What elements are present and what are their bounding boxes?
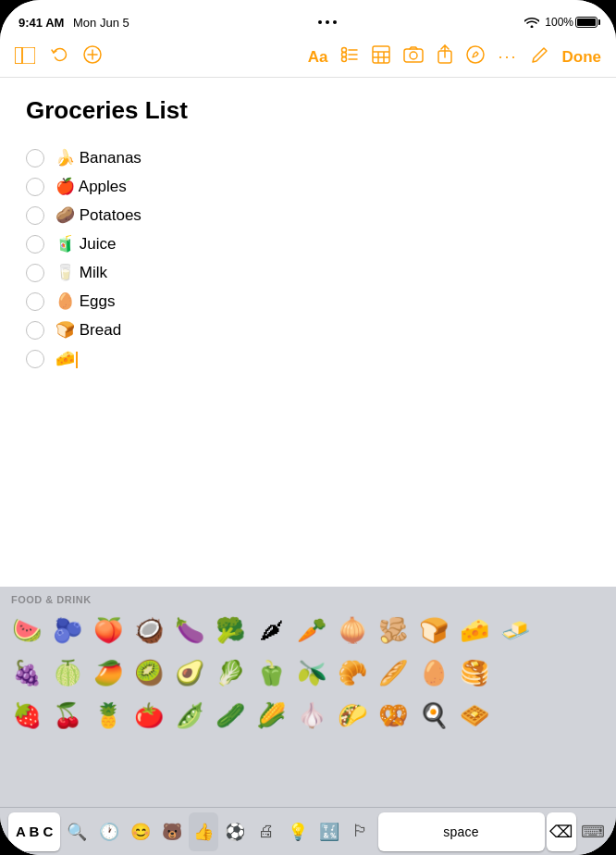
- list-item[interactable]: 🍎 Apples: [26, 172, 590, 201]
- emoji-waffle[interactable]: 🧇: [455, 696, 494, 735]
- emoji-mango[interactable]: 🥭: [89, 653, 128, 692]
- emoji-blueberry[interactable]: 🫐: [48, 611, 87, 650]
- table-button[interactable]: [372, 45, 390, 68]
- svg-point-18: [410, 52, 417, 59]
- space-button[interactable]: space: [378, 812, 545, 851]
- emoji-onion[interactable]: 🧅: [333, 611, 372, 650]
- checkbox[interactable]: [26, 292, 44, 311]
- note-title: Groceries List: [26, 96, 590, 125]
- list-item[interactable]: 🥔 Potatoes: [26, 201, 590, 229]
- emoji-garlic[interactable]: 🧄: [292, 696, 331, 735]
- search-emoji-button[interactable]: 🔍: [62, 812, 92, 851]
- battery: 100%: [545, 16, 598, 29]
- emoji-melon[interactable]: 🍈: [48, 653, 87, 692]
- checkbox[interactable]: [26, 321, 44, 340]
- add-button[interactable]: [83, 45, 102, 69]
- emoji-pepper[interactable]: 🌶: [252, 611, 290, 650]
- checkbox[interactable]: [26, 149, 44, 167]
- emoji-coconut[interactable]: 🥥: [129, 611, 168, 650]
- svg-rect-17: [404, 49, 423, 62]
- done-button[interactable]: Done: [562, 48, 602, 67]
- note-area: Groceries List 🍌 Bananas 🍎 Apples 🥔 Pota…: [0, 78, 616, 587]
- emoji-peach[interactable]: 🍑: [89, 611, 128, 650]
- emoji-croissant[interactable]: 🥐: [333, 653, 372, 692]
- emoji-corn[interactable]: 🌽: [252, 696, 290, 735]
- list-item[interactable]: 🧀: [26, 344, 590, 373]
- list-item[interactable]: 🍞 Bread: [26, 316, 590, 344]
- abc-button[interactable]: A B C: [8, 812, 60, 851]
- format-button[interactable]: Aa: [308, 48, 328, 67]
- emoji-section-header: FOOD & DRINK: [0, 587, 616, 609]
- emoji-cherries[interactable]: 🍒: [48, 696, 87, 735]
- emoji-row: 🍇 🍈 🥭 🥝 🥑 🥬 🫑 🫒 🥐 🥖 🥚 🥞: [7, 651, 609, 694]
- svg-rect-12: [373, 46, 389, 63]
- sidebar-toggle-button[interactable]: [15, 45, 35, 69]
- list-item[interactable]: 🥚 Eggs: [26, 287, 590, 316]
- emoji-olive[interactable]: 🫒: [292, 653, 331, 692]
- food-drink-button[interactable]: 👍: [189, 812, 218, 851]
- emoji-avocado[interactable]: 🥑: [170, 653, 209, 692]
- activities-button[interactable]: ⚽: [220, 812, 250, 851]
- emoji-pancakes[interactable]: 🥞: [455, 653, 494, 692]
- emoji-baguette[interactable]: 🥖: [374, 653, 413, 692]
- checkbox[interactable]: [26, 264, 44, 282]
- emoji-bread[interactable]: 🍞: [414, 611, 453, 650]
- svg-point-10: [342, 57, 347, 62]
- checkbox[interactable]: [26, 235, 44, 254]
- checkbox[interactable]: [26, 206, 44, 225]
- emoji-oil[interactable]: 🫚: [374, 611, 413, 650]
- list-item[interactable]: 🥛 Milk: [26, 258, 590, 287]
- item-text: 🥚 Eggs: [55, 291, 115, 311]
- animals-button[interactable]: 🐻: [157, 812, 187, 851]
- emoji-cucumber[interactable]: 🥒: [211, 696, 250, 735]
- emoji-carrot[interactable]: 🥕: [292, 611, 331, 650]
- flags-button[interactable]: 🏳: [346, 812, 376, 851]
- emoji-broccoli[interactable]: 🥦: [211, 611, 250, 650]
- emoji-cheese[interactable]: 🧀: [455, 611, 494, 650]
- status-right: 100%: [524, 16, 598, 29]
- symbols-button[interactable]: 🔣: [314, 812, 344, 851]
- emoji-eggplant[interactable]: 🍆: [170, 611, 209, 650]
- list-item[interactable]: 🧃 Juice: [26, 229, 590, 258]
- emoji-bellpepper[interactable]: 🫑: [252, 653, 290, 692]
- delete-button[interactable]: ⌫: [547, 812, 576, 851]
- item-text: 🍌 Bananas: [55, 148, 142, 167]
- recently-used-button[interactable]: 🕐: [94, 812, 124, 851]
- share-button[interactable]: [437, 44, 453, 69]
- emoji-strawberry[interactable]: 🍓: [7, 696, 46, 735]
- battery-icon: [575, 17, 598, 28]
- objects-button[interactable]: 💡: [283, 812, 313, 851]
- checklist-button[interactable]: [340, 45, 359, 68]
- emoji-tomato[interactable]: 🍅: [129, 696, 168, 735]
- emoji-pretzel[interactable]: 🥨: [374, 696, 413, 735]
- emoji-taco[interactable]: 🌮: [333, 696, 372, 735]
- item-text: 🍞 Bread: [55, 320, 121, 340]
- emoji-pineapple[interactable]: 🍍: [89, 696, 128, 735]
- item-text: 🍎 Apples: [55, 177, 127, 196]
- travel-button[interactable]: 🖨: [252, 812, 281, 851]
- note-content[interactable]: Groceries List 🍌 Bananas 🍎 Apples 🥔 Pota…: [0, 78, 616, 587]
- camera-button[interactable]: [403, 46, 424, 68]
- markup-button[interactable]: [466, 45, 485, 68]
- checkbox[interactable]: [26, 350, 44, 368]
- emoji-grapes[interactable]: 🍇: [7, 653, 46, 692]
- emoji-watermelon[interactable]: 🍉: [7, 611, 46, 650]
- wifi-icon: [524, 17, 539, 28]
- emoji-egg[interactable]: 🥚: [414, 653, 453, 692]
- more-button[interactable]: ···: [498, 47, 517, 67]
- emoji-kiwi[interactable]: 🥝: [129, 653, 168, 692]
- compose-button[interactable]: [531, 45, 549, 68]
- status-dots: [318, 20, 337, 24]
- emoji-lettuce[interactable]: 🥬: [211, 653, 250, 692]
- undo-button[interactable]: [50, 45, 68, 68]
- svg-rect-1: [15, 47, 35, 64]
- emoji-peas[interactable]: 🫛: [170, 696, 209, 735]
- emoji-grid: 🍉 🫐 🍑 🥥 🍆 🥦 🌶 🥕 🧅 🫚 🍞 🧀 🧈 🍇 🍈 🥭 🥝: [0, 609, 616, 737]
- list-item[interactable]: 🍌 Bananas: [26, 143, 590, 172]
- keyboard-hide-button[interactable]: ⌨: [578, 812, 608, 851]
- status-bar: 9:41 AM Mon Jun 5 100%: [0, 0, 616, 37]
- emoji-frying-pan[interactable]: 🍳: [414, 696, 453, 735]
- emoji-butter[interactable]: 🧈: [496, 611, 535, 650]
- checkbox[interactable]: [26, 178, 44, 196]
- smileys-button[interactable]: 😊: [126, 812, 155, 851]
